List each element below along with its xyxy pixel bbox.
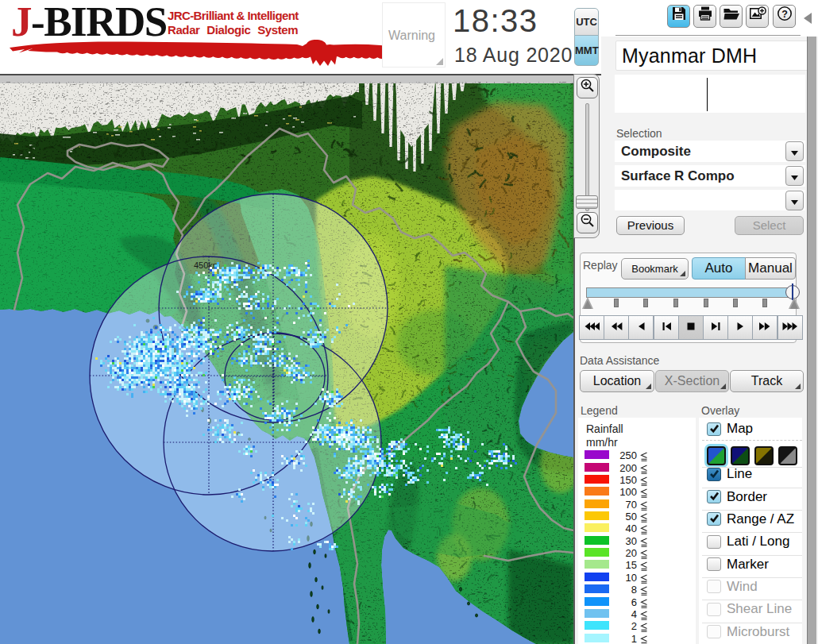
svg-text:?: ? [781, 9, 788, 20]
